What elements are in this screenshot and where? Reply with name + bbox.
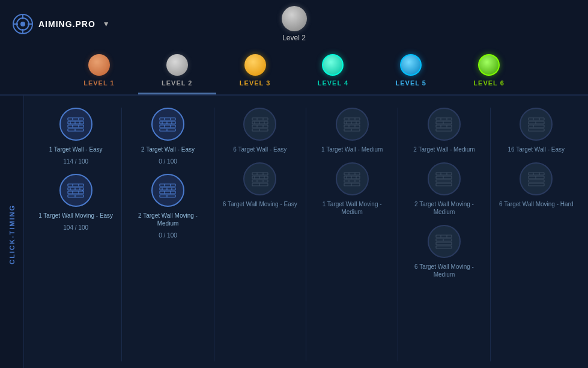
tabs: LEVEL 1 LEVEL 2 LEVEL 3 LEVEL 4 LEVEL 5 … <box>0 48 588 96</box>
svg-rect-126 <box>529 118 544 120</box>
column-4: 1 Target Wall - Medium <box>306 108 398 361</box>
svg-rect-125 <box>436 246 452 248</box>
svg-rect-140 <box>529 183 544 186</box>
exercise-card[interactable]: 2 Target Wall Moving - Medium 0 / 100 <box>128 174 207 239</box>
exercise-label: 6 Target Wall - Easy <box>233 146 286 153</box>
svg-rect-53 <box>160 195 175 197</box>
svg-rect-139 <box>529 180 544 182</box>
tab-level-6[interactable]: LEVEL 6 <box>450 48 528 94</box>
exercise-label: 2 Target Wall - Easy <box>141 146 195 153</box>
exercise-score: 114 / 100 <box>63 158 88 165</box>
exercise-card[interactable]: 2 Target Wall - Medium <box>404 108 483 153</box>
exercise-label: 1 Target Wall - Medium <box>321 146 383 153</box>
svg-rect-129 <box>529 121 544 124</box>
svg-rect-115 <box>436 176 452 179</box>
exercise-icon <box>151 174 184 207</box>
svg-rect-29 <box>68 195 83 197</box>
svg-rect-103 <box>436 118 452 120</box>
logo-text: AIMING.PRO <box>38 19 95 29</box>
exercise-icon <box>428 162 461 195</box>
exercise-card[interactable]: 6 Target Wall Moving - Medium <box>404 225 483 278</box>
svg-rect-112 <box>436 173 452 175</box>
exercise-label: 6 Target Wall Moving - Medium <box>404 263 483 278</box>
svg-rect-111 <box>436 129 452 131</box>
svg-rect-7 <box>68 118 83 120</box>
tab-level-1[interactable]: LEVEL 1 <box>60 48 138 94</box>
svg-rect-50 <box>160 191 175 194</box>
svg-rect-77 <box>252 183 268 186</box>
svg-rect-91 <box>344 173 360 175</box>
exercise-card[interactable]: 6 Target Wall - Easy <box>220 108 300 153</box>
exercise-label: 6 Target Wall Moving - Hard <box>499 200 573 208</box>
exercise-card[interactable]: 2 Target Wall - Easy 0 / 100 <box>128 108 207 165</box>
svg-rect-117 <box>436 180 452 182</box>
tab-1-ball <box>88 54 110 76</box>
exercise-card[interactable]: 1 Target Wall Moving - Medium <box>312 162 392 216</box>
sidebar: Click-timing <box>0 96 24 368</box>
exercise-score: 0 / 100 <box>159 232 177 239</box>
exercise-label: 16 Target Wall - Easy <box>508 146 565 153</box>
exercise-label: 2 Target Wall Moving - Medium <box>404 200 483 216</box>
exercise-icon <box>243 162 276 195</box>
exercise-card[interactable]: 6 Target Wall Moving - Hard <box>497 162 576 208</box>
svg-rect-17 <box>68 129 83 131</box>
exercise-card[interactable]: 1 Target Wall - Medium <box>312 108 392 153</box>
sidebar-label: Click-timing <box>8 204 16 265</box>
svg-rect-119 <box>436 235 452 238</box>
exercise-icon <box>336 162 369 195</box>
tab-2-label: LEVEL 2 <box>162 79 192 87</box>
tab-3-label: LEVEL 3 <box>240 79 270 87</box>
tab-1-label: LEVEL 1 <box>83 79 114 87</box>
svg-rect-108 <box>436 125 452 127</box>
svg-rect-134 <box>529 173 544 175</box>
logo-icon <box>12 13 34 35</box>
svg-rect-14 <box>68 125 83 127</box>
column-2: 2 Target Wall - Easy 0 / 100 <box>122 108 214 361</box>
svg-rect-55 <box>252 118 268 120</box>
svg-rect-86 <box>344 125 360 127</box>
level-label: Level 2 <box>282 34 306 42</box>
exercise-card[interactable]: 16 Target Wall - Easy <box>497 108 576 153</box>
exercise-card[interactable]: 1 Target Wall Moving - Easy 104 / 100 <box>36 174 115 231</box>
svg-rect-101 <box>344 183 360 186</box>
main-content: Click-timing <box>0 96 588 368</box>
tab-3-ball <box>244 54 266 76</box>
svg-rect-38 <box>160 125 175 127</box>
svg-rect-67 <box>252 173 268 175</box>
svg-rect-106 <box>436 121 452 124</box>
svg-rect-131 <box>529 125 544 127</box>
logo-area[interactable]: AIMING.PRO ▼ <box>12 13 110 35</box>
svg-rect-133 <box>529 129 544 131</box>
svg-rect-98 <box>344 180 360 182</box>
tab-level-3[interactable]: LEVEL 3 <box>216 48 294 94</box>
column-3: 6 Target Wall - Easy <box>214 108 306 361</box>
svg-rect-65 <box>252 129 268 131</box>
tab-6-ball <box>478 54 500 76</box>
svg-rect-124 <box>436 242 452 245</box>
exercise-label: 1 Target Wall - Easy <box>49 146 103 153</box>
svg-rect-26 <box>68 191 83 194</box>
exercise-icon <box>59 174 92 207</box>
exercise-score: 0 / 100 <box>159 158 177 165</box>
exercise-label: 6 Target Wall Moving - Easy <box>223 200 297 208</box>
tab-4-label: LEVEL 4 <box>318 79 348 87</box>
column-6: 16 Target Wall - Easy 6 Target Wall Movi… <box>491 108 582 361</box>
tab-level-2[interactable]: LEVEL 2 <box>138 48 216 94</box>
exercise-label: 2 Target Wall - Medium <box>413 146 474 153</box>
exercise-icon <box>428 108 461 141</box>
exercise-label: 1 Target Wall Moving - Easy <box>38 212 113 219</box>
chevron-down-icon[interactable]: ▼ <box>103 20 110 28</box>
exercise-icon <box>336 108 369 141</box>
tab-level-5[interactable]: LEVEL 5 <box>372 48 450 94</box>
tab-level-4[interactable]: LEVEL 4 <box>294 48 372 94</box>
level-indicator: Level 2 <box>282 6 307 42</box>
exercise-label: 1 Target Wall Moving - Medium <box>312 200 392 216</box>
exercise-icon <box>520 162 553 195</box>
exercise-icon <box>243 108 276 141</box>
exercise-card[interactable]: 1 Target Wall - Easy 114 / 100 <box>36 108 115 165</box>
exercise-card[interactable]: 6 Target Wall Moving - Easy <box>220 162 300 208</box>
svg-rect-31 <box>160 118 175 120</box>
tab-4-ball <box>322 54 344 76</box>
exercise-card[interactable]: 2 Target Wall Moving - Medium <box>404 162 483 216</box>
level-ball <box>282 6 307 31</box>
